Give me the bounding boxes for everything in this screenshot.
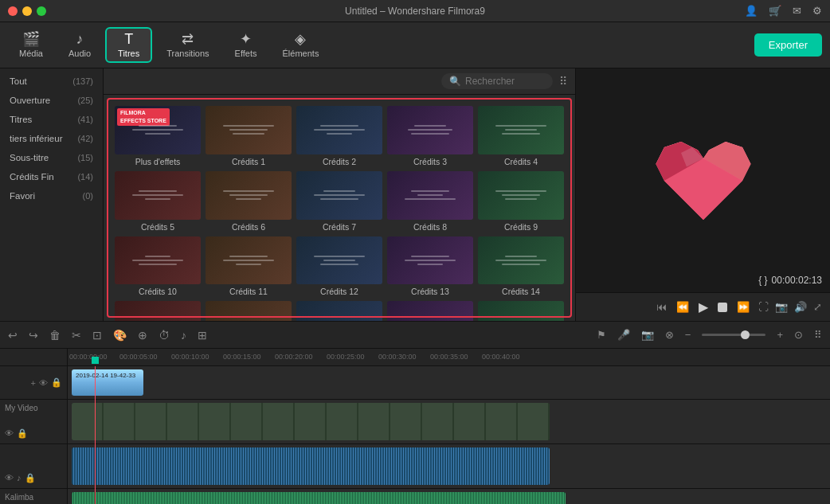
search-input-wrap[interactable]: 🔍 — [441, 73, 553, 89]
list-item-18[interactable]: Crédits 18 — [387, 301, 473, 321]
clip-video[interactable] — [72, 403, 550, 440]
track3-lock-icon[interactable]: 🔒 — [25, 473, 36, 483]
sidebar-item-favori[interactable]: Favori (0) — [0, 186, 103, 205]
minus-zoom-icon[interactable]: − — [685, 329, 691, 341]
settings-icon[interactable]: ⚙ — [812, 5, 822, 17]
step-back-icon[interactable]: ⏪ — [676, 301, 689, 313]
crop-icon[interactable]: ⊡ — [92, 329, 102, 342]
list-item-13[interactable]: Crédits 13 — [387, 236, 473, 297]
list-item-11[interactable]: Crédits 11 — [206, 236, 292, 297]
list-item-17[interactable]: Crédits 17 — [296, 301, 382, 321]
list-item-6[interactable]: Crédits 6 — [206, 171, 292, 232]
list-item-1[interactable]: Crédits 1 — [206, 106, 292, 166]
scissors-icon[interactable]: ✂ — [72, 329, 81, 342]
clip-audio[interactable] — [72, 447, 550, 485]
toolbar-elements[interactable]: ◈ Éléments — [272, 29, 331, 61]
screenshot-icon[interactable]: 📷 — [775, 301, 788, 313]
list-item-3[interactable]: Crédits 3 — [387, 106, 473, 166]
sidebar-label-soustitre: Sous-titre — [10, 153, 49, 162]
track3-eye-icon[interactable]: 👁 — [5, 473, 14, 483]
timeline-settings-icon[interactable]: ⠿ — [814, 329, 822, 341]
mic-icon[interactable]: 🎤 — [617, 329, 630, 341]
audio-edit-icon[interactable]: ♪ — [181, 329, 186, 342]
track2-eye-icon[interactable]: 👁 — [5, 428, 14, 439]
timeline-right-tools: ⚑ 🎤 📷 ⊗ − + ⊙ ⠿ — [597, 329, 822, 341]
snapshot-icon[interactable]: 📷 — [641, 329, 654, 341]
list-item-8[interactable]: Crédits 8 — [387, 171, 473, 232]
expand-icon[interactable]: ⤢ — [813, 301, 822, 313]
sidebar-label-favori: Favori — [10, 191, 35, 201]
sidebar-item-tiers[interactable]: tiers inférieur (42) — [0, 129, 103, 148]
fullscreen-icon[interactable]: ⛶ — [758, 301, 769, 313]
close-button[interactable] — [8, 6, 18, 16]
clip-kalimba[interactable] — [72, 492, 566, 504]
sidebar-item-tout[interactable]: Tout (137) — [0, 72, 103, 91]
list-item-2[interactable]: Crédits 2 — [296, 106, 382, 166]
list-item-plus[interactable]: FILMORAEFFECTS STORE Plus d'effets — [115, 106, 201, 166]
track2-lock-icon[interactable]: 🔒 — [17, 428, 28, 439]
track1-content[interactable]: 2019-02-14 19-42-33 — [68, 366, 830, 400]
zoom-thumb[interactable] — [741, 330, 750, 339]
color-icon[interactable]: 🎨 — [113, 329, 127, 342]
grid-options-icon[interactable]: ⠿ — [559, 75, 567, 88]
toolbar-media[interactable]: 🎬 Média — [8, 29, 54, 61]
list-item-15[interactable]: Crédits 15 — [115, 301, 201, 321]
clip-title[interactable]: 2019-02-14 19-42-33 — [72, 369, 143, 396]
rewind-icon[interactable]: ⏮ — [656, 301, 667, 313]
stabilize-icon[interactable]: ⊕ — [138, 329, 147, 342]
timeline-toolbar: ↩ ↪ 🗑 ✂ ⊡ 🎨 ⊕ ⏱ ♪ ⊞ ⚑ 🎤 📷 ⊗ − + ⊙ ⠿ — [0, 322, 830, 349]
ruler-mark-5: 00:00:05:00 — [119, 353, 158, 361]
delete-icon[interactable]: 🗑 — [49, 329, 61, 342]
effets-icon: ✦ — [240, 32, 252, 46]
list-item-16[interactable]: Crédits 16 — [206, 301, 292, 321]
track1-lock-icon[interactable]: 🔒 — [51, 377, 62, 388]
undo-icon[interactable]: ↩ — [8, 329, 18, 342]
list-item-9[interactable]: Crédits 9 — [478, 171, 564, 232]
zoom-slider[interactable] — [702, 334, 765, 336]
cart-icon[interactable]: 🛒 — [769, 5, 781, 17]
sidebar-item-creditsfin[interactable]: Crédits Fin (14) — [0, 167, 103, 186]
timeline-ruler[interactable]: 00:00:00:00 00:00:05:00 00:00:10:00 00:0… — [68, 349, 830, 366]
play-icon[interactable]: ▶ — [699, 299, 708, 315]
list-item-10[interactable]: Crédits 10 — [115, 236, 201, 297]
list-item-19[interactable]: Crédits 19 — [478, 301, 564, 321]
list-item-12[interactable]: Crédits 12 — [296, 236, 382, 297]
plus-zoom-icon[interactable]: + — [777, 329, 783, 341]
markers-icon[interactable]: ⚑ — [597, 329, 606, 341]
track3-volume-icon[interactable]: ♪ — [17, 473, 22, 483]
step-forward-icon[interactable]: ⏩ — [737, 301, 750, 313]
sidebar-item-soustitre[interactable]: Sous-titre (15) — [0, 148, 103, 167]
sidebar-label-creditsfin: Crédits Fin — [10, 172, 54, 182]
track1-add-icon[interactable]: + — [31, 378, 36, 388]
search-input[interactable] — [465, 76, 545, 87]
thumb-1 — [206, 106, 292, 154]
redo-icon[interactable]: ↪ — [29, 329, 38, 342]
toolbar-titres[interactable]: T Titres — [105, 27, 152, 63]
volume-icon[interactable]: 🔊 — [794, 301, 807, 313]
stop-button[interactable] — [718, 303, 727, 312]
export-button[interactable]: Exporter — [754, 33, 822, 57]
sidebar-item-titres[interactable]: Titres (41) — [0, 110, 103, 129]
detach-icon[interactable]: ⊗ — [665, 329, 674, 341]
zoom-reset-icon[interactable]: ⊙ — [794, 329, 803, 341]
toolbar-transitions[interactable]: ⇄ Transitions — [155, 29, 220, 61]
toolbar-audio[interactable]: ♪ Audio — [57, 29, 102, 61]
track3-content[interactable] — [68, 444, 830, 489]
sidebar-item-ouverture[interactable]: Ouverture (25) — [0, 91, 103, 110]
toolbar-effets[interactable]: ✦ Effets — [224, 29, 268, 61]
list-item-5[interactable]: Crédits 5 — [115, 171, 201, 232]
list-item-4[interactable]: Crédits 4 — [478, 106, 564, 166]
track1-eye-icon[interactable]: 👁 — [39, 378, 48, 388]
list-item-7[interactable]: Crédits 7 — [296, 171, 382, 232]
track2-content[interactable] — [68, 400, 830, 444]
speed-icon[interactable]: ⏱ — [159, 329, 170, 342]
split-icon[interactable]: ⊞ — [198, 329, 207, 342]
list-item-14[interactable]: Crédits 14 — [478, 236, 564, 297]
center-panel: 🔍 ⠿ FILMORAEFFECTS STORE — [104, 68, 575, 321]
traffic-lights[interactable] — [8, 6, 46, 16]
track4-content[interactable] — [68, 489, 830, 504]
account-icon[interactable]: 👤 — [745, 5, 758, 17]
mail-icon[interactable]: ✉ — [793, 5, 801, 17]
maximize-button[interactable] — [37, 6, 46, 16]
minimize-button[interactable] — [22, 6, 32, 16]
